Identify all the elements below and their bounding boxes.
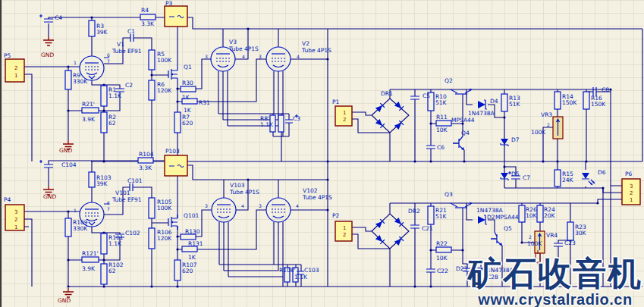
res-R103 bbox=[89, 172, 95, 187]
label-parts-Q101-ref: Q101 bbox=[184, 212, 199, 219]
label-parts-R24-val: 20K bbox=[544, 212, 556, 219]
label-parts-P1-pins-1: 2 bbox=[343, 117, 346, 123]
label-parts-P5-pins-0: 2 bbox=[14, 65, 17, 71]
cap-C1 bbox=[130, 34, 134, 42]
label-parts-R4-ref: R4 bbox=[141, 7, 149, 14]
label-parts-R4-val: 3.3K bbox=[141, 20, 155, 27]
label-parts-R131-ref: R131 bbox=[188, 240, 203, 247]
label-parts-C2-ref: C2 bbox=[125, 82, 133, 89]
res-R104 bbox=[138, 158, 153, 163]
res-R102 bbox=[101, 264, 107, 284]
tube-V103 bbox=[212, 198, 236, 222]
label-parts-V2-pins-1: 4 bbox=[297, 54, 300, 59]
label-parts-P2-pins-0: 1 bbox=[343, 225, 346, 231]
label-parts-R103-val: 39K bbox=[96, 180, 108, 187]
res-R15 bbox=[554, 170, 561, 186]
label-parts-V3-pins-0: 3 bbox=[205, 54, 208, 59]
label-parts-R30-val: 1K bbox=[182, 94, 190, 101]
zener-D5 bbox=[501, 173, 508, 180]
label-parts-P103-ref: P103 bbox=[165, 148, 180, 155]
label-parts-R31-ref: R31 bbox=[199, 99, 210, 106]
label-parts-R11-val: 10K bbox=[436, 127, 448, 133]
res-R106 bbox=[149, 228, 155, 249]
label-parts-V101-pins-2: 7 bbox=[107, 206, 110, 211]
label-parts-C7-ref: C7 bbox=[523, 174, 530, 181]
label-parts-V1-pins-1: 6 bbox=[107, 52, 110, 58]
watermark: 矿石收音机 www.crystalradio.cn bbox=[468, 257, 642, 307]
label-parts-R21p-ref: R21' bbox=[82, 101, 95, 108]
gnd-symbol bbox=[63, 288, 74, 297]
watermark-title: 矿石收音机 bbox=[468, 257, 642, 290]
label-parts-R15-val: 24K bbox=[562, 177, 574, 183]
label-parts-R101-val: 1.1K bbox=[108, 240, 122, 247]
label-parts-V101-val: Tube EF91 bbox=[112, 196, 142, 203]
connector-P103 bbox=[165, 155, 187, 176]
tube-V102 bbox=[266, 198, 291, 222]
label-parts-C21-ref: C21 bbox=[422, 225, 433, 232]
connector-P1 bbox=[335, 106, 352, 126]
label-parts-R14-val: 150K bbox=[562, 99, 577, 106]
label-parts-C1-ref: C1 bbox=[127, 28, 135, 35]
label-parts-P6-ref: P6 bbox=[625, 171, 633, 177]
label-gnd: GND bbox=[43, 193, 56, 200]
res-R13 bbox=[501, 94, 507, 111]
res-R9 bbox=[65, 70, 71, 89]
label-parts-R107-val: 620 bbox=[182, 268, 193, 274]
label-parts-R11-ref: R11 bbox=[436, 114, 448, 121]
label-parts-P3-ref: P3 bbox=[165, 0, 173, 7]
res-R8p-b bbox=[278, 115, 284, 132]
tube-V1 bbox=[80, 56, 109, 80]
label-parts-V1-pins-2: 7 bbox=[107, 58, 110, 64]
res-R4 bbox=[140, 14, 156, 20]
label-parts-D4-ref: D4 bbox=[490, 98, 498, 105]
gnd-symbol bbox=[43, 36, 54, 45]
label-parts-D2-ref: D2 bbox=[487, 214, 495, 221]
label-parts-V103-pins-0: 3 bbox=[205, 203, 208, 208]
label-parts-P1-ref: P1 bbox=[332, 99, 340, 105]
zener-D7 bbox=[501, 139, 508, 146]
label-parts-C5-ref: C5 bbox=[423, 92, 430, 99]
label-parts-Q3-val: MPSA44 bbox=[495, 214, 519, 221]
transistor-Q4 bbox=[453, 136, 464, 150]
cap-C6 bbox=[426, 146, 435, 149]
label-parts-R23-val: 30K bbox=[575, 230, 587, 237]
label-parts-R108p-val: 1.1K bbox=[294, 274, 308, 280]
label-parts-D2-val: 1N4738A bbox=[476, 207, 503, 214]
res-R131 bbox=[182, 246, 197, 252]
label-parts-V3-pins-1: 4 bbox=[242, 54, 245, 59]
res-R16 bbox=[583, 92, 589, 109]
mosfet-Q1 bbox=[168, 65, 177, 82]
cap-C5 bbox=[410, 96, 419, 99]
label-parts-R105-val: 100K bbox=[157, 205, 172, 211]
res-R105 bbox=[149, 198, 155, 218]
label-parts-C102-ref: C102 bbox=[125, 230, 140, 237]
res-R109 bbox=[65, 218, 71, 237]
label-parts-V102-pins-1: 4 bbox=[296, 203, 299, 208]
label-parts-R9-val: 330K bbox=[73, 78, 88, 85]
label-parts-V3-ref: V3 bbox=[229, 39, 237, 45]
label-parts-C104-ref: C104 bbox=[61, 161, 77, 168]
cap-C4 bbox=[39, 14, 53, 22]
res-R24 bbox=[537, 205, 543, 222]
wire-psu-top bbox=[352, 89, 622, 203]
label-parts-P6-pins-2: 1 bbox=[630, 197, 633, 203]
tube-V2 bbox=[266, 47, 291, 71]
label-parts-VR4-ref: VR4 bbox=[546, 232, 558, 239]
label-parts-P1-pins-0: 1 bbox=[343, 110, 346, 116]
label-parts-Q5-ref: Q5 bbox=[504, 225, 512, 232]
label-parts-R8p-val: 1.1K bbox=[260, 121, 274, 128]
label-parts-C3-ref: C3 bbox=[293, 115, 300, 122]
label-parts-R31-val: 1K bbox=[184, 107, 192, 114]
label-parts-P6-pins-1: 2 bbox=[630, 190, 633, 196]
label-parts-R16-val: 150K bbox=[591, 101, 606, 108]
label-parts-P6-pins-0: 3 bbox=[630, 183, 633, 190]
label-parts-V103-ref: V103 bbox=[230, 182, 245, 189]
label-parts-V101-pins-0: 1 bbox=[74, 208, 77, 213]
mosfet-Q101 bbox=[168, 215, 177, 230]
label-parts-P4-pins-0: 3 bbox=[14, 209, 17, 215]
res-R14 bbox=[554, 92, 561, 109]
cap-C21 bbox=[410, 225, 419, 228]
label-parts-Q2-ref: Q2 bbox=[445, 77, 453, 84]
label-parts-DR1-ref: DR1 bbox=[381, 90, 393, 97]
label-parts-C103-ref: C103 bbox=[304, 267, 319, 274]
